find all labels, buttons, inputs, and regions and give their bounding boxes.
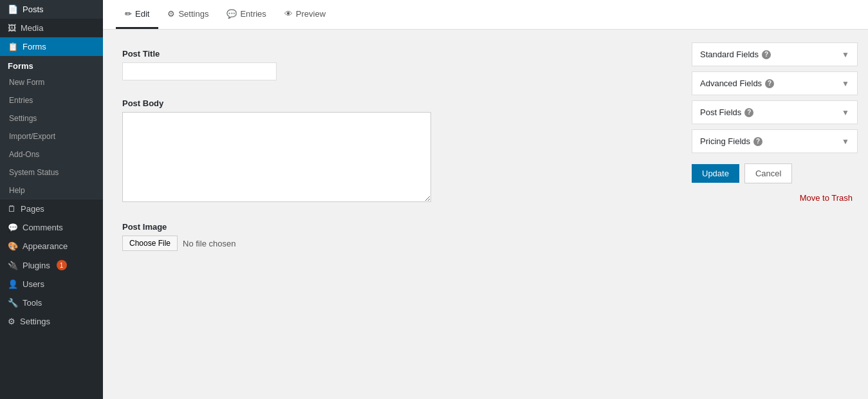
post-title-group: Post Title: [122, 49, 662, 80]
tab-settings[interactable]: ⚙ Settings: [158, 0, 217, 29]
post-image-label: Post Image: [122, 222, 662, 232]
post-body-textarea[interactable]: [122, 112, 431, 202]
appearance-icon: 🎨: [8, 241, 18, 251]
posts-icon: 📄: [8, 5, 18, 14]
edit-icon: ✏: [125, 9, 132, 19]
advanced-fields-chevron-icon: ▼: [842, 79, 849, 88]
move-to-trash-link[interactable]: Move to Trash: [795, 189, 858, 207]
post-body-group: Post Body: [122, 98, 662, 204]
main-content: ✏ Edit ⚙ Settings 💬 Entries 👁 Preview Po…: [103, 0, 868, 399]
sidebar-forms-section: 📋 Forms Forms New Form Entries Settings …: [0, 37, 103, 200]
settings-icon: ⚙: [8, 317, 15, 326]
users-icon: 👤: [8, 279, 18, 289]
forms-submenu: Forms New Form Entries Settings Import/E…: [0, 56, 103, 200]
tab-edit[interactable]: ✏ Edit: [116, 0, 158, 29]
sidebar-item-entries[interactable]: Entries: [0, 91, 103, 109]
forms-icon: 📋: [8, 42, 18, 51]
post-title-label: Post Title: [122, 49, 662, 59]
plugins-icon: 🔌: [8, 261, 18, 270]
tools-icon: 🔧: [8, 298, 18, 308]
accordion-post-fields[interactable]: Post Fields ? ▼: [692, 100, 858, 124]
sidebar-item-forms[interactable]: 📋 Forms: [0, 37, 103, 56]
preview-icon: 👁: [284, 9, 293, 19]
update-button[interactable]: Update: [692, 164, 739, 183]
advanced-fields-help-icon[interactable]: ?: [765, 79, 774, 88]
pricing-fields-label: Pricing Fields: [700, 136, 750, 146]
sidebar-item-settings[interactable]: ⚙ Settings: [0, 312, 103, 331]
post-fields-help-icon[interactable]: ?: [744, 108, 753, 117]
sidebar-item-help[interactable]: Help: [0, 181, 103, 200]
post-body-label: Post Body: [122, 98, 662, 108]
comments-icon: 💬: [8, 223, 18, 232]
action-buttons-group: Update Cancel Move to Trash: [692, 163, 858, 207]
advanced-fields-label: Advanced Fields: [700, 79, 762, 88]
sidebar-item-media[interactable]: 🖼 Media: [0, 19, 103, 37]
accordion-pricing-fields[interactable]: Pricing Fields ? ▼: [692, 129, 858, 153]
sidebar-item-posts[interactable]: 📄 Posts: [0, 0, 103, 19]
post-fields-label: Post Fields: [700, 107, 741, 117]
sidebar-item-new-form[interactable]: New Form: [0, 73, 103, 91]
tab-bar: ✏ Edit ⚙ Settings 💬 Entries 👁 Preview: [103, 0, 868, 30]
pricing-fields-chevron-icon: ▼: [842, 137, 849, 146]
sidebar-item-settings[interactable]: Settings: [0, 109, 103, 127]
post-fields-chevron-icon: ▼: [842, 108, 849, 117]
cancel-button[interactable]: Cancel: [744, 163, 792, 183]
sidebar-item-import-export[interactable]: Import/Export: [0, 127, 103, 145]
standard-fields-chevron-icon: ▼: [842, 50, 849, 59]
sidebar-item-plugins[interactable]: 🔌 Plugins 1: [0, 255, 103, 275]
sidebar-item-comments[interactable]: 💬 Comments: [0, 218, 103, 237]
accordion-advanced-fields[interactable]: Advanced Fields ? ▼: [692, 71, 858, 95]
sidebar-item-appearance[interactable]: 🎨 Appearance: [0, 237, 103, 255]
standard-fields-help-icon[interactable]: ?: [762, 50, 771, 59]
tab-preview[interactable]: 👁 Preview: [275, 0, 335, 29]
sidebar-item-pages[interactable]: 🗒 Pages: [0, 200, 103, 218]
post-image-group: Post Image Choose File No file chosen: [122, 222, 662, 251]
right-sidebar: Standard Fields ? ▼ Advanced Fields ? ▼ …: [681, 30, 868, 399]
sidebar-item-add-ons[interactable]: Add-Ons: [0, 145, 103, 163]
choose-file-button[interactable]: Choose File: [122, 236, 178, 251]
plugins-badge: 1: [57, 260, 67, 270]
pages-icon: 🗒: [8, 204, 16, 214]
entries-icon: 💬: [226, 9, 237, 19]
standard-fields-label: Standard Fields: [700, 50, 759, 59]
sidebar: 📄 Posts 🖼 Media 📋 Forms Forms New Form E…: [0, 0, 103, 399]
forms-sub-heading: Forms: [0, 56, 103, 73]
pricing-fields-help-icon[interactable]: ?: [753, 137, 762, 146]
no-file-text: No file chosen: [183, 239, 235, 248]
media-icon: 🖼: [8, 23, 16, 33]
sidebar-item-users[interactable]: 👤 Users: [0, 275, 103, 293]
form-editor: Post Title Post Body Post Image Choose F…: [103, 30, 681, 399]
content-area: Post Title Post Body Post Image Choose F…: [103, 30, 868, 399]
gear-icon: ⚙: [167, 9, 175, 19]
post-title-input[interactable]: [122, 62, 277, 80]
tab-entries[interactable]: 💬 Entries: [217, 0, 275, 29]
accordion-standard-fields[interactable]: Standard Fields ? ▼: [692, 42, 858, 66]
sidebar-item-system-status[interactable]: System Status: [0, 163, 103, 181]
sidebar-item-tools[interactable]: 🔧 Tools: [0, 293, 103, 312]
